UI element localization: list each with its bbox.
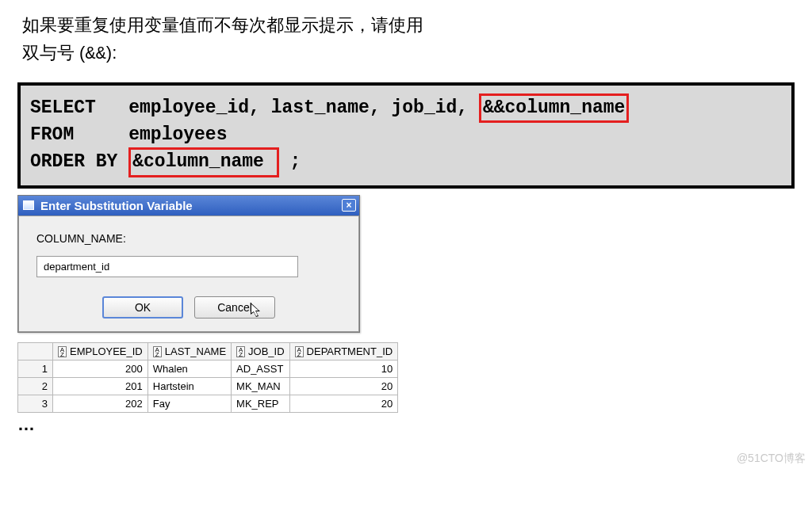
window-icon [23, 200, 34, 210]
col-header-last-name[interactable]: A ZLAST_NAME [147, 342, 231, 360]
intro-line2-prefix: 双与号 ( [22, 43, 85, 63]
cell-employee-id: 200 [53, 360, 148, 378]
intro-code: && [85, 44, 105, 64]
dialog-titlebar: Enter Substitution Variable × [18, 196, 359, 216]
intro-text: 如果要重复使用变量值而不每次都显示提示，请使用 双与号 (&&): [0, 0, 812, 78]
table-row: 3 202 Fay MK_REP 20 [18, 395, 398, 413]
cell-last-name: Whalen [147, 360, 231, 378]
sql-code-block: SELECT employee_id, last_name, job_id, &… [17, 82, 795, 188]
sort-icon: A Z [236, 346, 245, 357]
cell-job-id: MK_REP [232, 395, 290, 413]
table-row: 2 201 Hartstein MK_MAN 20 [18, 378, 398, 395]
cell-last-name: Hartstein [147, 378, 231, 395]
table-header-row: A ZEMPLOYEE_ID A ZLAST_NAME A ZJOB_ID A … [18, 342, 398, 360]
watermark: @51CTO博客 [737, 452, 806, 466]
ok-button[interactable]: OK [102, 296, 183, 319]
cell-last-name: Fay [147, 395, 231, 413]
cell-employee-id: 201 [53, 378, 148, 395]
sort-icon: A Z [58, 346, 67, 357]
intro-line2-suffix: ): [106, 43, 117, 63]
col-header-job-id[interactable]: A ZJOB_ID [232, 342, 290, 360]
table-row: 1 200 Whalen AD_ASST 10 [18, 360, 398, 378]
cell-employee-id: 202 [53, 395, 148, 413]
from-tbl: employees [74, 124, 227, 145]
cell-department-id: 20 [289, 378, 398, 395]
substitution-dialog: Enter Substitution Variable × COLUMN_NAM… [17, 195, 360, 333]
kw-from: FROM [30, 124, 74, 145]
cell-department-id: 10 [289, 360, 398, 378]
dialog-body: COLUMN_NAME: OK Cancel [18, 216, 359, 332]
ellipsis: … [17, 414, 812, 435]
kw-order: ORDER BY [30, 151, 128, 172]
dialog-field-label: COLUMN_NAME: [36, 232, 341, 245]
row-number: 3 [18, 395, 53, 413]
close-icon: × [346, 200, 351, 211]
highlight-single-amp: &column_name [128, 147, 278, 177]
sort-icon: A Z [295, 346, 304, 357]
highlight-double-amp: &&column_name [479, 93, 629, 123]
order-tail: ; [279, 151, 301, 172]
select-cols: employee_id, last_name, job_id, [96, 97, 479, 118]
row-number: 2 [18, 378, 53, 395]
row-number: 1 [18, 360, 53, 378]
rownum-header [18, 342, 53, 360]
col-header-employee-id[interactable]: A ZEMPLOYEE_ID [53, 342, 148, 360]
dialog-button-row: OK Cancel [36, 296, 341, 319]
col-header-department-id[interactable]: A ZDEPARTMENT_ID [289, 342, 398, 360]
sort-icon: A Z [153, 346, 162, 357]
close-button[interactable]: × [342, 199, 356, 212]
mouse-cursor-icon [251, 303, 263, 320]
cell-department-id: 20 [289, 395, 398, 413]
cell-job-id: MK_MAN [232, 378, 290, 395]
result-table: A ZEMPLOYEE_ID A ZLAST_NAME A ZJOB_ID A … [17, 342, 398, 414]
cell-job-id: AD_ASST [232, 360, 290, 378]
column-name-input[interactable] [36, 256, 298, 277]
intro-line1: 如果要重复使用变量值而不每次都显示提示，请使用 [22, 15, 423, 35]
kw-select: SELECT [30, 97, 96, 118]
dialog-title-text: Enter Substitution Variable [40, 199, 342, 212]
